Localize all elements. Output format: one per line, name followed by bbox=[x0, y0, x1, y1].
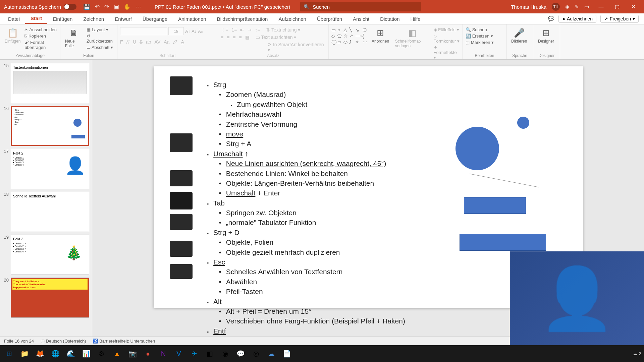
fill-button[interactable]: ◈ Fülleffekt ▾ bbox=[434, 27, 460, 32]
reset-button[interactable]: ↺ Zurücksetzen bbox=[87, 34, 114, 44]
bold-button[interactable]: F bbox=[120, 39, 123, 45]
align-text-button[interactable]: ▭ Text ausrichten ▾ bbox=[256, 35, 297, 40]
onenote-icon[interactable]: N bbox=[157, 347, 170, 360]
weather-widget[interactable]: ☁ 2 bbox=[633, 351, 641, 356]
app-icon-1[interactable]: ⚙ bbox=[95, 347, 108, 360]
slide-thumb-20[interactable]: 20 They went to Sahara...You wouldn't be… bbox=[0, 276, 92, 319]
user-name[interactable]: Thomas Hruska bbox=[511, 4, 546, 10]
toggle-switch[interactable] bbox=[64, 4, 76, 10]
minimize-button[interactable]: — bbox=[594, 4, 608, 10]
slide-thumb-16[interactable]: 16 ▪ Strg • Zoomen▪ Umschalt▪ Tab▪ Strg+… bbox=[0, 105, 92, 147]
slide-thumb-17[interactable]: 17 Fakt 2• Details 1• Details 2• Details… bbox=[0, 147, 92, 190]
tab-animationen[interactable]: Animationen bbox=[173, 14, 211, 24]
tab-ansicht[interactable]: Ansicht bbox=[347, 14, 375, 24]
cut-button[interactable]: ✂ Ausschneiden bbox=[24, 27, 57, 32]
outline-button[interactable]: ◇ Formkontur ▾ bbox=[434, 34, 460, 44]
font-color-button[interactable]: A bbox=[181, 39, 184, 45]
highlight-button[interactable]: 🖍 bbox=[173, 39, 177, 45]
tab-uebergaenge[interactable]: Übergänge bbox=[137, 14, 173, 24]
tab-zeichnen[interactable]: Zeichnen bbox=[78, 14, 109, 24]
touch-icon[interactable]: ✋ bbox=[124, 3, 131, 10]
close-button[interactable]: ✕ bbox=[627, 4, 640, 10]
accessibility-indicator[interactable]: ♿ Barrierefreiheit: Untersuchen bbox=[93, 339, 155, 344]
record-button[interactable]: ● Aufzeichnen bbox=[558, 15, 596, 23]
rect-shape-2[interactable] bbox=[460, 234, 546, 251]
tab-dictation[interactable]: Dictation bbox=[375, 14, 405, 24]
more-icon[interactable]: ⋯ bbox=[136, 3, 141, 10]
window-icon[interactable]: ▭ bbox=[584, 4, 589, 10]
underline-button[interactable]: U bbox=[133, 39, 136, 45]
format-painter-button[interactable]: 🖌 Format übertragen bbox=[24, 40, 57, 50]
app-icon-9[interactable]: 📄 bbox=[280, 347, 293, 360]
tab-aufzeichnen[interactable]: Aufzeichnen bbox=[273, 14, 312, 24]
linespacing-button[interactable]: ↕≡ bbox=[255, 27, 260, 33]
avatar[interactable]: TH bbox=[552, 3, 560, 11]
indent-in-button[interactable]: ⇥ bbox=[248, 27, 252, 33]
text-direction-button[interactable]: ⇅ Textrichtung ▾ bbox=[266, 27, 300, 33]
slide-panel[interactable]: 15 Tastenkombinationen 16 ▪ Strg • Zoome… bbox=[0, 60, 92, 337]
save-icon[interactable]: 💾 bbox=[83, 3, 90, 10]
replace-button[interactable]: 🔄 Ersetzen ▾ bbox=[466, 34, 494, 39]
comments-icon[interactable]: 💬 bbox=[548, 16, 554, 22]
designer-button[interactable]: ⊞Designer bbox=[536, 27, 556, 44]
app-icon-7[interactable]: ◎ bbox=[250, 347, 262, 360]
slide-thumb-18[interactable]: 18 Schnelle Textfeld Auswahl bbox=[0, 190, 92, 233]
vlc-icon[interactable]: ▲ bbox=[111, 347, 123, 360]
align-right-button[interactable]: ≡ bbox=[233, 35, 235, 40]
start-button[interactable]: ⊞ bbox=[3, 347, 15, 360]
clear-format-icon[interactable]: Aₓ bbox=[198, 29, 203, 34]
tab-ueberpruefen[interactable]: Überprüfen bbox=[312, 14, 347, 24]
bullets-button[interactable]: ⋮≡ bbox=[221, 27, 228, 33]
select-button[interactable]: ⬚ Markieren ▾ bbox=[466, 40, 494, 45]
tab-einfuegen[interactable]: Einfügen bbox=[47, 14, 78, 24]
file-name[interactable]: PPT 01 Roter Faden 001.pptx • Auf "diese… bbox=[155, 4, 290, 10]
edge-icon[interactable]: 🌊 bbox=[64, 347, 77, 360]
layout-button[interactable]: ▦ Layout ▾ bbox=[87, 27, 114, 32]
tab-entwurf[interactable]: Entwurf bbox=[109, 14, 137, 24]
circle-large[interactable] bbox=[455, 127, 499, 170]
rect-shape-1[interactable] bbox=[464, 197, 526, 214]
powerpoint-icon[interactable]: 📊 bbox=[80, 347, 93, 360]
columns-button[interactable]: ▦ bbox=[245, 35, 250, 40]
slide-thumb-15[interactable]: 15 Tastenkombinationen bbox=[0, 62, 92, 105]
app-icon-8[interactable]: ☁ bbox=[265, 347, 278, 360]
circle-small[interactable] bbox=[517, 117, 529, 129]
tab-bildschirm[interactable]: Bildschirmpräsentation bbox=[212, 14, 273, 24]
indent-out-button[interactable]: ⇤ bbox=[240, 27, 244, 33]
dictate-button[interactable]: 🎤Diktieren bbox=[509, 27, 529, 44]
arrange-button[interactable]: ⊞Anordnen bbox=[370, 27, 391, 44]
search-box[interactable]: 🔍 Suchen bbox=[300, 2, 421, 11]
spacing-button[interactable]: AV bbox=[155, 39, 161, 45]
telegram-icon[interactable]: ✈ bbox=[188, 347, 201, 360]
language-indicator[interactable]: ▢ Deutsch (Österreich) bbox=[41, 339, 86, 344]
app-icon-3[interactable]: ● bbox=[142, 347, 154, 360]
decrease-font-icon[interactable]: A↓ bbox=[192, 29, 197, 34]
align-left-button[interactable]: ≡ bbox=[221, 35, 223, 40]
copy-button[interactable]: ⎘ Kopieren bbox=[24, 34, 57, 39]
app-icon-6[interactable]: 💬 bbox=[234, 347, 247, 360]
smartart-button[interactable]: ⟳ In SmartArt konvertieren ▾ bbox=[268, 42, 326, 53]
shadow-button[interactable]: ab bbox=[146, 39, 151, 45]
chrome-icon[interactable]: 🌐 bbox=[49, 347, 62, 360]
effects-button[interactable]: ✦ Formeffekte ▾ bbox=[434, 45, 460, 60]
quick-styles-button[interactable]: ◧Schnellformat-vorlagen bbox=[393, 27, 432, 49]
case-button[interactable]: Aa bbox=[164, 39, 169, 45]
slide-thumb-19[interactable]: 19 Fakt 3• Details 1 ✓• Details 2 ✓• Det… bbox=[0, 233, 92, 276]
italic-button[interactable]: K bbox=[126, 39, 129, 45]
app-icon-2[interactable]: 📷 bbox=[126, 347, 139, 360]
numbering-button[interactable]: 1≡ bbox=[231, 27, 237, 33]
explorer-icon[interactable]: 📁 bbox=[18, 347, 31, 360]
find-button[interactable]: 🔍 Suchen bbox=[466, 27, 494, 32]
font-size-input[interactable]: 18 bbox=[168, 27, 184, 35]
app-icon-5[interactable]: ◧ bbox=[203, 347, 216, 360]
maximize-button[interactable]: ▢ bbox=[610, 4, 624, 10]
autosave-toggle[interactable]: Automatisches Speichern bbox=[0, 4, 80, 10]
increase-font-icon[interactable]: A↑ bbox=[185, 29, 190, 34]
paste-button[interactable]: 📋Einfügen bbox=[3, 27, 22, 44]
tab-hilfe[interactable]: Hilfe bbox=[405, 14, 426, 24]
redo-icon[interactable]: ↷ bbox=[104, 3, 109, 10]
system-tray[interactable]: ☁ 2 bbox=[633, 351, 641, 356]
strike-button[interactable]: S̶ bbox=[140, 39, 143, 45]
obs-icon[interactable]: ◉ bbox=[219, 347, 231, 360]
justify-button[interactable]: ≡ bbox=[239, 35, 242, 40]
